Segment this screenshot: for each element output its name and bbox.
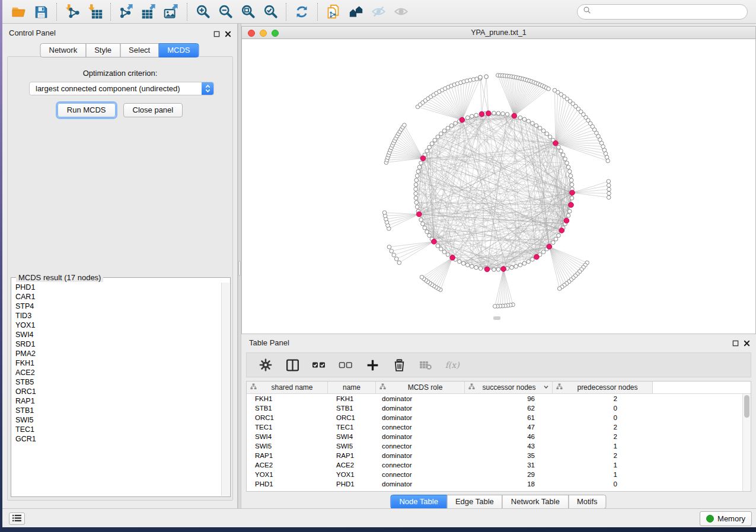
tab-network[interactable]: Network bbox=[40, 43, 86, 57]
mcds-result-item[interactable]: SWI5 bbox=[12, 415, 221, 425]
tab-node-table[interactable]: Node Table bbox=[390, 495, 447, 509]
delete-columns-icon[interactable] bbox=[391, 357, 407, 373]
table-row[interactable]: PHD1PHD1dominator180 bbox=[247, 479, 742, 489]
duplicate-network-icon[interactable] bbox=[322, 2, 344, 21]
network-window-titlebar[interactable]: YPA_prune.txt_1 bbox=[242, 27, 755, 39]
network-graph-canvas[interactable] bbox=[242, 39, 755, 334]
column-header-shared-name[interactable]: shared name bbox=[247, 382, 328, 393]
column-header-predecessor-nodes[interactable]: predecessor nodes bbox=[553, 382, 653, 393]
zoom-out-icon[interactable] bbox=[214, 2, 237, 21]
mcds-result-item[interactable]: SWI4 bbox=[12, 330, 221, 339]
table-row[interactable]: STB1STB1dominator620 bbox=[247, 403, 742, 413]
select-all-icon[interactable] bbox=[311, 357, 327, 373]
function-builder-icon[interactable]: f(x) bbox=[444, 357, 461, 373]
tab-network-table[interactable]: Network Table bbox=[502, 495, 569, 509]
mcds-result-item[interactable]: GCR1 bbox=[12, 434, 221, 444]
table-panel-tabs: Node TableEdge TableNetwork TableMotifs bbox=[391, 495, 606, 509]
table-row[interactable]: SWI4SWI4dominator462 bbox=[247, 432, 742, 441]
open-folder-icon[interactable] bbox=[7, 2, 30, 21]
table-cell: TEC1 bbox=[328, 424, 376, 431]
tab-style[interactable]: Style bbox=[85, 43, 120, 57]
float-panel-icon[interactable] bbox=[732, 338, 739, 349]
close-panel-button[interactable]: Close panel bbox=[123, 103, 183, 117]
table-panel: Table Panel f(x) shared namenameMCDS rol… bbox=[241, 334, 756, 508]
export-network-icon[interactable] bbox=[115, 2, 138, 21]
zoom-fit-icon[interactable] bbox=[237, 2, 259, 21]
table-settings-icon[interactable] bbox=[257, 357, 274, 373]
table-cell: ORC1 bbox=[247, 414, 328, 421]
table-scrollbar-thumb[interactable] bbox=[744, 395, 749, 418]
tab-edge-table[interactable]: Edge Table bbox=[446, 495, 503, 509]
canvas-scroll-thumb[interactable] bbox=[493, 316, 500, 320]
save-icon[interactable] bbox=[30, 2, 52, 21]
search-input[interactable] bbox=[595, 7, 742, 16]
zoom-selected-icon[interactable] bbox=[259, 2, 282, 21]
show-all-icon[interactable] bbox=[390, 2, 412, 21]
deselect-all-icon[interactable] bbox=[337, 357, 354, 373]
mcds-result-item[interactable]: PHD1 bbox=[12, 283, 221, 292]
table-row[interactable]: YOX1YOX1connector291 bbox=[247, 470, 742, 479]
table-row[interactable]: TEC1TEC1connector472 bbox=[247, 422, 742, 432]
float-panel-icon[interactable] bbox=[213, 29, 220, 40]
column-header-MCDS-role[interactable]: MCDS role bbox=[376, 382, 465, 393]
mcds-result-item[interactable]: YOX1 bbox=[12, 321, 221, 330]
table-row[interactable]: ORC1ORC1dominator610 bbox=[247, 413, 742, 422]
table-scrollbar[interactable] bbox=[742, 394, 751, 491]
import-network-icon[interactable] bbox=[61, 2, 84, 21]
table-row[interactable]: RAP1RAP1dominator352 bbox=[247, 451, 742, 460]
table-cell: 31 bbox=[465, 462, 553, 469]
mcds-result-item[interactable]: TEC1 bbox=[12, 425, 221, 434]
table-cell: SWI5 bbox=[247, 443, 328, 450]
table-cell: 0 bbox=[553, 414, 653, 421]
search-box[interactable] bbox=[577, 4, 748, 20]
refresh-icon[interactable] bbox=[291, 2, 313, 21]
mcds-result-item[interactable]: SRD1 bbox=[12, 339, 221, 349]
table-cell: 1 bbox=[553, 471, 653, 478]
status-bar: Memory bbox=[2, 508, 756, 527]
panel-columns-icon[interactable] bbox=[284, 357, 301, 373]
mcds-result-item[interactable]: PMA2 bbox=[12, 349, 221, 358]
tab-select[interactable]: Select bbox=[120, 43, 159, 57]
run-mcds-button[interactable]: Run MCDS bbox=[58, 103, 116, 117]
add-column-icon[interactable] bbox=[364, 357, 381, 373]
first-neighbors-icon[interactable] bbox=[344, 2, 367, 21]
mcds-result-item[interactable]: RAP1 bbox=[12, 396, 221, 406]
main-toolbar bbox=[2, 0, 756, 24]
mcds-result-item[interactable]: STP4 bbox=[12, 302, 221, 311]
table-row[interactable]: FKH1FKH1dominator962 bbox=[247, 394, 742, 403]
network-window-title: YPA_prune.txt_1 bbox=[242, 28, 755, 37]
network-graph[interactable] bbox=[242, 39, 755, 334]
mcds-result-item[interactable]: CAR1 bbox=[12, 292, 221, 302]
table-cell: dominator bbox=[376, 414, 465, 421]
table-row[interactable]: SWI5SWI5connector431 bbox=[247, 441, 742, 451]
column-header-successor-nodes[interactable]: successor nodes bbox=[465, 382, 553, 393]
mcds-result-item[interactable]: STB5 bbox=[12, 377, 221, 387]
mcds-result-item[interactable]: TID3 bbox=[12, 311, 221, 321]
tab-motifs[interactable]: Motifs bbox=[568, 495, 607, 509]
memory-button[interactable]: Memory bbox=[700, 511, 752, 526]
delete-table-icon[interactable] bbox=[417, 357, 434, 373]
export-table-icon[interactable] bbox=[138, 2, 160, 21]
mcds-result-list[interactable]: PHD1CAR1STP4TID3YOX1SWI4SRD1PMA2FKH1ACE2… bbox=[12, 283, 221, 496]
splitter-grip-handle[interactable] bbox=[238, 261, 241, 276]
status-menu-button[interactable] bbox=[9, 512, 25, 525]
mcds-list-scrollbar[interactable] bbox=[221, 283, 229, 496]
mcds-result-item[interactable]: FKH1 bbox=[12, 358, 221, 368]
export-image-icon[interactable] bbox=[160, 2, 183, 21]
close-panel-icon[interactable] bbox=[225, 29, 231, 40]
import-table-icon[interactable] bbox=[84, 2, 106, 21]
column-header-name[interactable]: name bbox=[328, 382, 376, 393]
hide-selected-icon[interactable] bbox=[367, 2, 390, 21]
optimization-criterion-dropdown[interactable]: largest connected component (undirected) bbox=[29, 82, 214, 95]
table-cell: ACE2 bbox=[328, 462, 376, 469]
table-cell: 61 bbox=[465, 414, 553, 421]
mcds-result-item[interactable]: STB1 bbox=[12, 406, 221, 415]
table-cell: ORC1 bbox=[328, 414, 376, 421]
tab-mcds[interactable]: MCDS bbox=[158, 43, 199, 57]
table-cell: ACE2 bbox=[247, 462, 328, 469]
mcds-result-item[interactable]: ACE2 bbox=[12, 368, 221, 377]
table-row[interactable]: ACE2ACE2connector311 bbox=[247, 460, 742, 470]
close-panel-icon[interactable] bbox=[744, 338, 750, 349]
zoom-in-icon[interactable] bbox=[192, 2, 214, 21]
mcds-result-item[interactable]: ORC1 bbox=[12, 387, 221, 396]
